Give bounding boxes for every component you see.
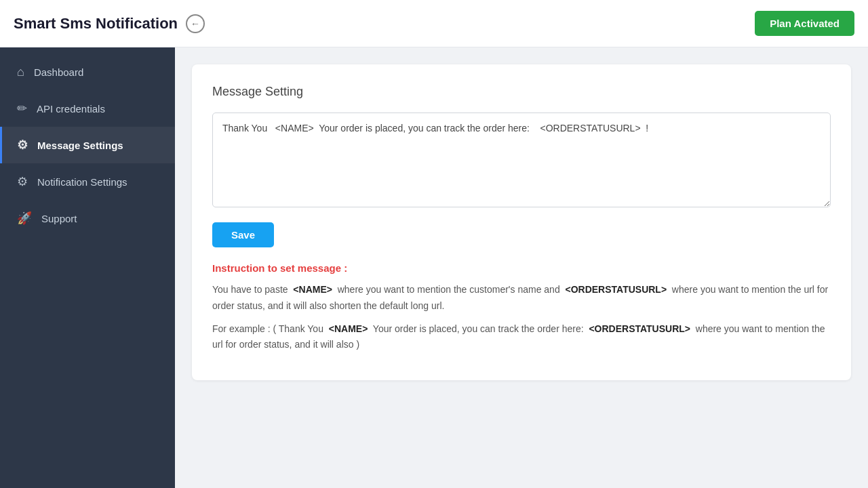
- tag-url-1: <ORDERSTATUSURL>: [565, 284, 667, 295]
- back-button[interactable]: ←: [186, 14, 205, 33]
- sidebar-item-label: API credentials: [37, 103, 105, 115]
- rocket-icon: 🚀: [17, 211, 32, 226]
- sidebar-item-api-credentials[interactable]: ✏ API credentials: [0, 90, 175, 127]
- header: Smart Sms Notification ← Plan Activated: [0, 0, 868, 47]
- tag-url-2: <ORDERSTATUSURL>: [589, 323, 690, 334]
- sidebar-item-message-settings[interactable]: ⚙ Message Settings: [0, 127, 175, 163]
- message-textarea[interactable]: [212, 113, 831, 207]
- sidebar: ⌂ Dashboard ✏ API credentials ⚙ Message …: [0, 47, 175, 488]
- sidebar-item-label: Support: [41, 213, 77, 224]
- plan-activated-button[interactable]: Plan Activated: [755, 11, 854, 36]
- gear-icon-2: ⚙: [17, 174, 28, 189]
- gear-icon: ⚙: [17, 138, 28, 152]
- instruction-title: Instruction to set message :: [212, 262, 831, 274]
- message-setting-card: Message Setting Save Instruction to set …: [192, 64, 851, 380]
- instruction-line-2: For example : ( Thank You <NAME> Your or…: [212, 321, 831, 354]
- instruction-line-1: You have to paste <NAME> where you want …: [212, 282, 831, 314]
- sidebar-item-notification-settings[interactable]: ⚙ Notification Settings: [0, 163, 175, 200]
- sidebar-item-label: Message Settings: [37, 140, 123, 151]
- tag-name-1: <NAME>: [293, 284, 332, 295]
- header-left: Smart Sms Notification ←: [14, 14, 205, 33]
- app-title: Smart Sms Notification: [14, 15, 178, 33]
- main-content: Message Setting Save Instruction to set …: [175, 47, 868, 488]
- home-icon: ⌂: [17, 65, 24, 79]
- sidebar-item-label: Dashboard: [34, 66, 83, 78]
- sidebar-item-label: Notification Settings: [37, 176, 127, 188]
- save-button[interactable]: Save: [212, 222, 274, 247]
- card-title: Message Setting: [212, 85, 831, 99]
- pencil-icon: ✏: [17, 101, 27, 116]
- layout: ⌂ Dashboard ✏ API credentials ⚙ Message …: [0, 47, 868, 488]
- sidebar-item-dashboard[interactable]: ⌂ Dashboard: [0, 54, 175, 90]
- tag-name-2: <NAME>: [329, 323, 368, 334]
- sidebar-item-support[interactable]: 🚀 Support: [0, 200, 175, 237]
- back-icon: ←: [191, 18, 200, 29]
